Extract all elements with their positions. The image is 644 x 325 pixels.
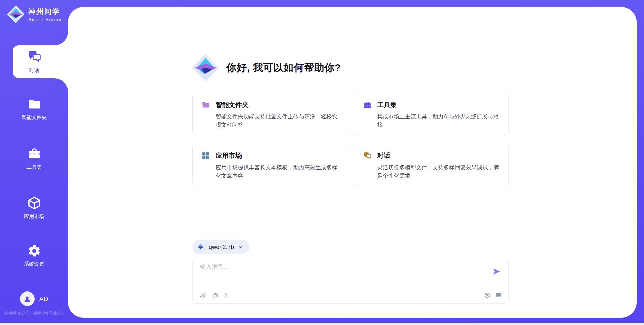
message-input[interactable] xyxy=(200,263,485,283)
sidebar-item-smart-folder[interactable]: 智能文件夹 xyxy=(0,97,68,121)
sidebar: 神州问学 Smart Vision 对话 智能文件夹 工具集 应用市场 系统设置… xyxy=(0,0,68,325)
hash-icon: # xyxy=(224,292,228,299)
at-icon: @ xyxy=(212,292,218,299)
sidebar-item-label: 智能文件夹 xyxy=(21,114,47,121)
mention-button[interactable]: @ xyxy=(212,292,218,299)
composer-toolbar: @ # xyxy=(200,290,502,300)
brand-name: 神州问学 xyxy=(28,7,62,16)
card-chat[interactable]: 对话 灵活切换多模型文件，支持多样回复效果调试，满足个性化需求 xyxy=(354,144,509,187)
model-selector[interactable]: qwen2:7b xyxy=(192,240,249,254)
paperclip-icon xyxy=(200,292,206,299)
card-title: 应用市场 xyxy=(216,151,242,160)
sidebar-item-label: 对话 xyxy=(29,67,39,74)
card-app-market[interactable]: 应用市场 应用市场提供丰富长文本模板，助力高效生成多样化文章内容 xyxy=(192,144,347,187)
brand-logo-icon xyxy=(7,5,25,23)
brand-diamond-icon xyxy=(192,54,220,82)
brand-diamond-icon xyxy=(196,243,205,251)
sidebar-item-toolset[interactable]: 工具集 xyxy=(0,147,68,170)
brand-subtitle: Smart Vision xyxy=(28,17,62,22)
copyright: ©神州数码 · 神州问学出品 xyxy=(4,310,63,316)
chevron-down-icon xyxy=(238,244,243,250)
chat-icon xyxy=(27,49,42,64)
card-smart-folder[interactable]: 智能文件夹 智能文件夹功能支持批量文件上传与清洗，轻松实现文件问答 xyxy=(192,93,347,136)
sidebar-item-app-market[interactable]: 应用市场 xyxy=(0,196,68,220)
feature-cards: 智能文件夹 智能文件夹功能支持批量文件上传与清洗，轻松实现文件问答 工具集 集成… xyxy=(192,93,509,187)
open-folder-icon xyxy=(201,101,210,109)
card-description: 智能文件夹功能支持批量文件上传与清洗，轻松实现文件问答 xyxy=(216,112,338,129)
person-icon xyxy=(23,295,32,303)
card-description: 应用市场提供丰富长文本模板，助力高效生成多样化文章内容 xyxy=(216,163,338,180)
card-description: 集成市场上主流工具，助力AI与外界无缝扩展与对接 xyxy=(377,112,500,129)
brand: 神州问学 Smart Vision xyxy=(7,5,62,23)
history-button[interactable] xyxy=(484,292,491,299)
sidebar-item-chat[interactable]: 对话 xyxy=(0,49,68,74)
comment-icon xyxy=(496,292,502,298)
card-description: 灵活切换多模型文件，支持多样回复效果调试，满足个性化需求 xyxy=(377,163,500,180)
message-composer: @ # xyxy=(192,258,509,304)
model-name: qwen2:7b xyxy=(209,244,234,251)
composer-divider xyxy=(193,287,508,287)
grid-icon xyxy=(201,151,210,160)
greeting-title: 你好, 我可以如何帮助你? xyxy=(226,61,341,75)
toolbox-icon xyxy=(27,147,41,161)
history-icon xyxy=(484,292,491,299)
send-icon xyxy=(492,267,501,276)
cube-icon xyxy=(27,196,42,210)
bottom-scrollbar-strip xyxy=(0,323,644,325)
greeting-header: 你好, 我可以如何帮助你? xyxy=(192,54,341,82)
sidebar-item-label: 应用市场 xyxy=(24,213,44,220)
conversation-button[interactable] xyxy=(496,292,502,298)
card-title: 智能文件夹 xyxy=(216,100,249,109)
send-button[interactable] xyxy=(492,267,501,276)
card-title: 对话 xyxy=(377,151,390,160)
avatar xyxy=(20,291,35,306)
hashtag-button[interactable]: # xyxy=(224,292,228,299)
user-account[interactable]: AD xyxy=(0,291,68,306)
sidebar-item-label: 系统设置 xyxy=(24,261,44,267)
folder-icon xyxy=(27,97,41,111)
card-title: 工具集 xyxy=(377,100,397,109)
toolbox-icon xyxy=(363,101,372,109)
sidebar-item-settings[interactable]: 系统设置 xyxy=(0,244,68,267)
chat-icon xyxy=(363,151,372,160)
attach-file-button[interactable] xyxy=(200,292,206,299)
gear-icon xyxy=(27,244,41,258)
sidebar-item-label: 工具集 xyxy=(26,164,42,170)
user-initials: AD xyxy=(39,295,48,303)
card-toolset[interactable]: 工具集 集成市场上主流工具，助力AI与外界无缝扩展与对接 xyxy=(354,93,509,136)
app-root: { "brand": { "name": "神州问学", "subtitle":… xyxy=(0,0,644,325)
